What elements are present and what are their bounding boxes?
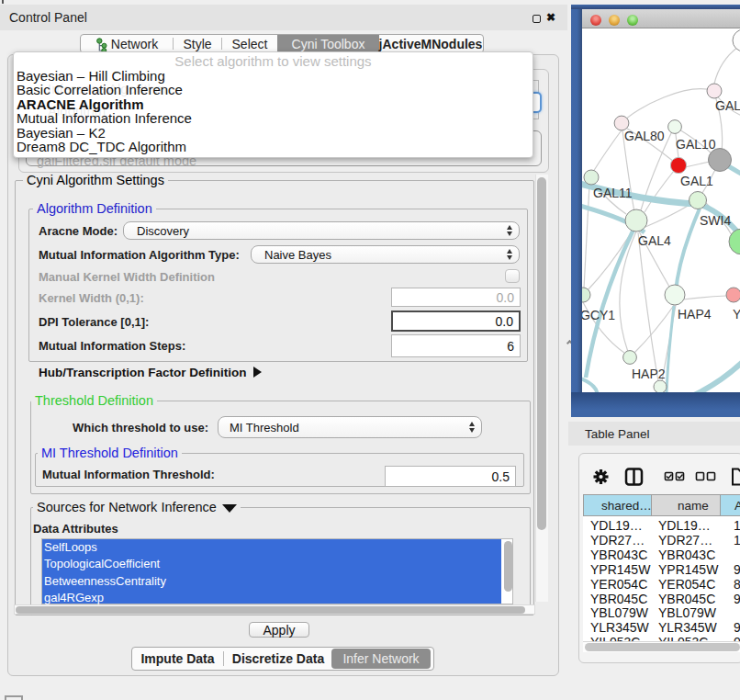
svg-text:HAP4: HAP4 [678, 307, 712, 322]
svg-text:Y: Y [733, 307, 740, 322]
svg-text:GAL4: GAL4 [638, 233, 671, 248]
svg-text:SWI4: SWI4 [700, 213, 731, 228]
svg-text:GAL10: GAL10 [676, 137, 716, 152]
svg-text:GAL: GAL [715, 98, 740, 113]
svg-text:HAP2: HAP2 [632, 367, 666, 381]
svg-text:GAL1: GAL1 [680, 174, 713, 188]
svg-text:GCY1: GCY1 [582, 308, 615, 322]
svg-text:GAL80: GAL80 [624, 129, 665, 143]
svg-text:GAL11: GAL11 [593, 186, 633, 200]
